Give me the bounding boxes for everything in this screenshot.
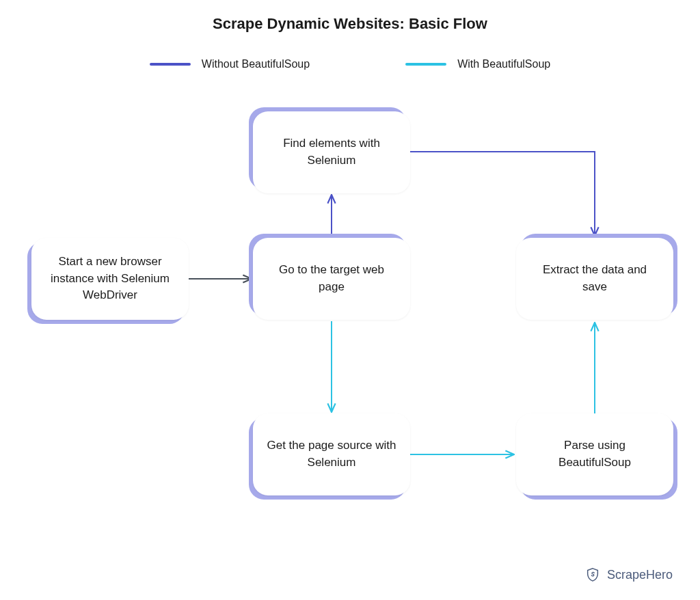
node-goto-label: Go to the target web page [253, 238, 410, 320]
shield-icon [585, 567, 600, 582]
edge-find-extract [410, 152, 595, 236]
node-extract-label: Extract the data and save [516, 238, 673, 320]
legend-with: With BeautifulSoup [405, 58, 550, 70]
footer-brand-text: ScrapeHero [607, 568, 673, 582]
legend-without-swatch [150, 63, 191, 66]
node-goto: Go to the target web page [253, 238, 410, 320]
legend-without-label: Without BeautifulSoup [202, 58, 310, 70]
node-page-source: Get the page source with Selenium [253, 413, 410, 495]
node-parse-label: Parse using BeautifulSoup [516, 413, 673, 495]
node-page-source-label: Get the page source with Selenium [253, 413, 410, 495]
legend-without: Without BeautifulSoup [150, 58, 310, 70]
node-parse: Parse using BeautifulSoup [516, 413, 673, 495]
node-find: Find elements with Selenium [253, 111, 410, 193]
footer-brand: ScrapeHero [585, 567, 673, 582]
diagram-title: Scrape Dynamic Websites: Basic Flow [0, 15, 700, 33]
node-start-label: Start a new browser instance with Seleni… [31, 238, 189, 320]
legend: Without BeautifulSoup With BeautifulSoup [0, 58, 700, 70]
node-find-label: Find elements with Selenium [253, 111, 410, 193]
node-extract: Extract the data and save [516, 238, 673, 320]
node-start: Start a new browser instance with Seleni… [31, 238, 189, 320]
legend-with-label: With BeautifulSoup [457, 58, 550, 70]
legend-with-swatch [405, 63, 446, 66]
